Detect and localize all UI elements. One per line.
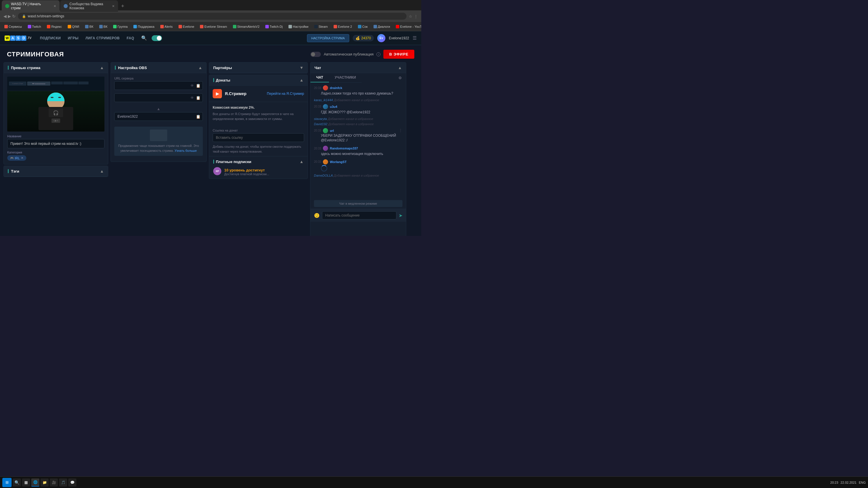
reload-button[interactable]: ↻	[12, 14, 16, 19]
preview-collapse-btn[interactable]: ▲	[100, 65, 104, 70]
copy-key-icon[interactable]: 📋	[196, 96, 200, 100]
bookmark-vk2[interactable]: ВК	[97, 24, 110, 29]
bookmark-settings[interactable]: Настройки	[286, 24, 310, 29]
evelone2-icon	[334, 25, 337, 28]
donate-link-input[interactable]	[213, 133, 304, 142]
username-display[interactable]: Evelone1922	[389, 36, 409, 40]
paid-subs-section: Платные подписки ▲ XP 10 уровень достигн…	[209, 156, 308, 178]
mode-toggle[interactable]	[152, 35, 162, 41]
eye-icon[interactable]: 👁	[190, 84, 194, 88]
obs-collapse-btn[interactable]: ▲	[198, 65, 202, 70]
tags-panel-header: Тэги ▲	[4, 166, 108, 176]
msg-3-username[interactable]: url	[330, 129, 334, 132]
chat-tab-chat[interactable]: ЧАТ	[310, 73, 329, 83]
promo-link[interactable]: Узнать больше	[175, 149, 197, 152]
nav-faq[interactable]: FAQ	[127, 36, 134, 40]
emoji-button[interactable]: 🙂	[314, 213, 320, 218]
info-icon[interactable]: i	[376, 52, 380, 56]
send-message-button[interactable]: ➤	[399, 213, 402, 218]
url-bar[interactable]: 🔒 wasd.tv/stream-settings	[18, 13, 406, 20]
bookmark-twitch-dj[interactable]: Twitch-Dj	[263, 24, 285, 29]
bookmark-evelone2[interactable]: Evelone 2	[332, 24, 354, 29]
chat-settings-icon[interactable]: ⚙	[394, 73, 406, 83]
eye-key-icon[interactable]: 👁	[190, 96, 194, 100]
msg-4-username[interactable]: Randomsmaps337	[330, 147, 358, 150]
karas-username[interactable]: karas_ik1444	[314, 98, 333, 102]
tab-vk[interactable]: Сообщества Вадима Козакова ✕	[60, 0, 118, 12]
donates-collapse-btn[interactable]: ▲	[300, 78, 304, 83]
channel-input[interactable]	[114, 112, 203, 121]
server-url-input[interactable]	[114, 81, 203, 90]
msg-5-username[interactable]: WorlangST	[330, 160, 347, 164]
user-avatar[interactable]: Ev	[377, 34, 385, 42]
david-username[interactable]: David192	[314, 122, 327, 126]
bookmark-evelone-stream[interactable]: Evelone Stream	[198, 24, 229, 29]
header-menu-icon[interactable]: ☰	[412, 35, 416, 41]
chat-tab-participants[interactable]: УЧАСТНИКИ	[329, 73, 362, 83]
chat-collapse-btn[interactable]: ▲	[398, 65, 402, 70]
logo[interactable]: W A S D .TV	[5, 36, 32, 41]
stream-settings-button[interactable]: НАСТРОЙКА СТРИМА	[307, 34, 349, 42]
dame-username[interactable]: DameDOLLA	[314, 174, 333, 177]
category-tag-remove[interactable]: ✕	[21, 156, 24, 160]
back-button[interactable]: ◀	[3, 14, 7, 19]
copy-icon[interactable]: 📋	[196, 84, 200, 88]
tab-wasd-close[interactable]: ✕	[54, 4, 56, 8]
category-field: Категория 🎮 IRL ✕	[7, 151, 104, 161]
bookmark-settings-label: Настройки	[293, 25, 308, 28]
coins-value: 24370	[361, 36, 371, 40]
preview-panel-title: Превью стрима	[8, 66, 40, 70]
vk2-icon	[99, 25, 103, 28]
bookmark-support[interactable]: Поддержка	[131, 24, 156, 29]
bookmark-evelone-yt[interactable]: Evelone - YouTube	[394, 24, 421, 29]
new-tab-button[interactable]: +	[119, 2, 127, 10]
paid-subs-collapse-btn[interactable]: ▲	[300, 159, 304, 164]
slow-mode-button[interactable]: Чат в медленном режиме	[314, 200, 402, 207]
on-air-button[interactable]: В ЭФИРЕ	[383, 50, 414, 59]
qiwi-icon	[68, 25, 71, 28]
menu-icon[interactable]: ⋮	[414, 14, 418, 19]
vk1-icon	[85, 25, 89, 28]
stream-name-input[interactable]	[7, 139, 104, 148]
tags-collapse-btn[interactable]: ▲	[100, 169, 104, 173]
bookmark-group[interactable]: Группа	[111, 24, 130, 29]
bookmark-qiwi[interactable]: QIWI	[66, 24, 81, 29]
bookmark-dialogi[interactable]: Диалоги	[372, 24, 392, 29]
bookmark-alerts[interactable]: Alerts	[158, 24, 175, 29]
bookmark-vk1[interactable]: ВК	[83, 24, 95, 29]
preview-panel: Превью стрима ▲ Content Chart ■■ ▬▬▬▬▬▬	[3, 62, 108, 164]
auto-publish-toggle[interactable]	[310, 52, 321, 57]
server-url-icons: 👁 📋	[190, 84, 200, 88]
msg-2-username[interactable]: u3u4	[330, 105, 337, 108]
bookmark-evelone-label: Evelone	[183, 25, 194, 28]
bookmark-streamalerts[interactable]: StreamAlertsV2	[231, 24, 261, 29]
tab-wasd[interactable]: WASD.TV | Начать стрим ✕	[2, 0, 60, 12]
stream-key-input[interactable]	[114, 93, 203, 102]
search-icon[interactable]: 🔍	[141, 35, 147, 41]
forward-button[interactable]: ▶	[8, 14, 11, 19]
msg-3-options[interactable]: ⋮	[399, 128, 402, 132]
bookmark-twitch[interactable]: Twitch	[26, 24, 43, 29]
obs-panel-title: Настройка OBS	[115, 66, 147, 70]
copy-channel-icon[interactable]: 📋	[196, 115, 200, 119]
bookmark-yandex[interactable]: Яндекс	[45, 24, 64, 29]
tab-vk-close[interactable]: ✕	[112, 4, 115, 8]
bookmark-steam[interactable]: Steam	[312, 24, 330, 29]
bookmark-services[interactable]: Сервисы	[2, 24, 24, 29]
action-david: David192 Добавляет канал в избранное	[310, 122, 406, 127]
bookmark-sok[interactable]: Сок	[356, 24, 370, 29]
ya-link[interactable]: Перейти на Я.Стример	[267, 92, 304, 96]
sok-icon	[358, 25, 361, 28]
stavaryta-username[interactable]: stavaryta	[314, 117, 327, 121]
chat-panel: Чат ▲ ЧАТ УЧАСТНИКИ ⚙	[310, 62, 406, 236]
tags-panel-title: Тэги	[8, 169, 20, 173]
section-collapse-btn[interactable]: ▲	[157, 107, 161, 111]
chat-message-input[interactable]	[322, 211, 396, 220]
star-icon[interactable]: ☆	[409, 14, 412, 19]
nav-games[interactable]: ИГРЫ	[68, 36, 79, 40]
partners-collapse-btn[interactable]: ▼	[300, 65, 304, 70]
msg-1-username[interactable]: drainfck	[330, 86, 342, 90]
nav-subscriptions[interactable]: ПОДПИСКИ	[40, 36, 61, 40]
nav-league[interactable]: ЛИГА СТРИМЕРОВ	[85, 36, 120, 40]
bookmark-evelone[interactable]: Evelone	[177, 24, 196, 29]
